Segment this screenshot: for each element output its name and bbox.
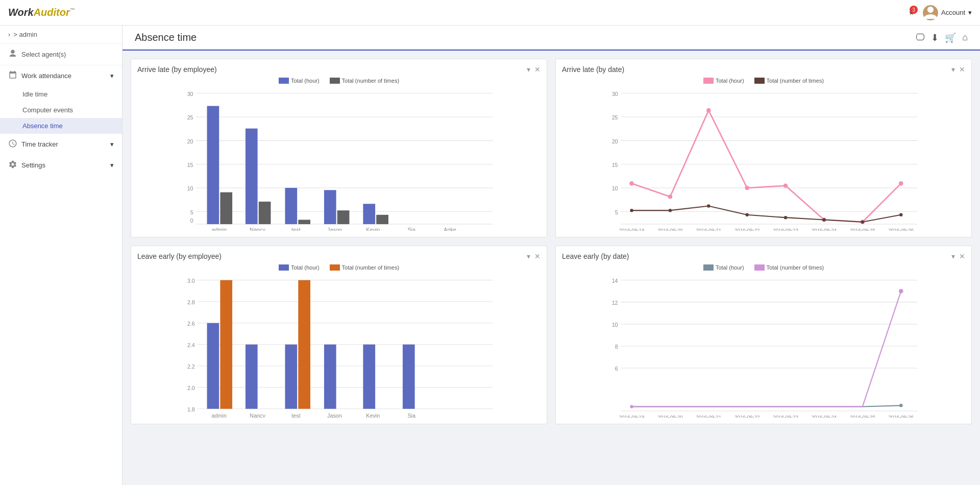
svg-text:6: 6	[615, 366, 618, 372]
legend-label-times-2: Total (number of times)	[767, 78, 824, 84]
chart-arrive-late-date-title: Arrive late (by date)	[562, 65, 624, 74]
chart-arrive-late-date-actions: ▾ ✕	[951, 65, 965, 74]
agent-icon	[8, 49, 17, 60]
svg-text:2016-09-24: 2016-09-24	[812, 414, 837, 418]
svg-text:2.6: 2.6	[187, 321, 195, 327]
svg-text:Jason: Jason	[327, 413, 342, 418]
chart-close-icon-2[interactable]: ✕	[959, 65, 965, 74]
legend-total-hour-4: Total (hour)	[703, 264, 744, 271]
chart-arrive-late-date-svg: 30 25 20 15 10 5	[562, 88, 965, 231]
bar-nancy-times	[259, 202, 271, 224]
account-menu[interactable]: Account ▾	[923, 5, 972, 20]
app-logo: WorkAuditor™	[8, 7, 75, 18]
sidebar-admin[interactable]: › > admin	[0, 26, 122, 44]
svg-text:2.8: 2.8	[187, 299, 195, 305]
dot-arrive-date-times-6	[861, 221, 864, 224]
sidebar-section-work-attendance-header[interactable]: Work attendance ▾	[0, 65, 122, 86]
screen-icon[interactable]: 🖵	[916, 32, 925, 43]
chart-minimize-icon[interactable]: ▾	[527, 65, 530, 74]
chart-leave-early-date-container: 14 12 10 8 6	[562, 275, 965, 418]
svg-text:Arike: Arike	[444, 227, 456, 231]
chart-arrive-late-employee-header: Arrive late (by employee) ▾ ✕	[137, 65, 541, 74]
svg-text:10: 10	[612, 322, 618, 328]
svg-text:30: 30	[187, 91, 193, 97]
notification-badge: 3	[910, 6, 918, 14]
dot-arrive-date-hour-0	[629, 181, 634, 186]
dot-arrive-date-hour-2	[706, 108, 711, 113]
sidebar-item-idle-time[interactable]: Idle time	[0, 86, 122, 102]
sidebar-section-settings-header[interactable]: Settings ▾	[0, 155, 122, 176]
bar-admin-times	[220, 192, 232, 224]
dot-arrive-date-hour-7	[899, 181, 903, 186]
legend-color-times	[330, 78, 340, 84]
sidebar-item-computer-events[interactable]: Computer events	[0, 102, 122, 118]
chart-leave-early-date-svg: 14 12 10 8 6	[562, 275, 965, 418]
svg-text:test: test	[291, 413, 300, 418]
notifications-button[interactable]: ★ 3	[909, 9, 915, 16]
chart-arrive-late-employee-legend: Total (hour) Total (number of times)	[137, 78, 541, 84]
svg-text:5: 5	[190, 209, 193, 215]
admin-chevron-icon: ›	[8, 31, 10, 38]
chart-close-icon-4[interactable]: ✕	[959, 252, 965, 260]
svg-text:2016-09-20: 2016-09-20	[657, 414, 683, 418]
svg-text:25: 25	[612, 114, 618, 120]
svg-text:2.2: 2.2	[187, 363, 195, 370]
account-chevron-icon: ▾	[968, 9, 972, 16]
svg-text:20: 20	[187, 138, 193, 144]
sidebar-section-settings: Settings ▾	[0, 155, 122, 176]
legend-total-times-3: Total (number of times)	[330, 264, 399, 271]
home-icon[interactable]: ⌂	[962, 32, 968, 43]
svg-text:2016-09-25: 2016-09-25	[850, 414, 875, 418]
sidebar: › > admin Select agent(s) Work attendanc…	[0, 26, 122, 432]
bar-leemp-sia-hour	[403, 345, 415, 409]
sidebar-select-agents[interactable]: Select agent(s)	[0, 44, 122, 65]
dot-arrive-date-times-4	[784, 216, 787, 219]
legend-color-times-4	[754, 264, 765, 271]
chart-close-icon-3[interactable]: ✕	[534, 252, 541, 260]
chart-leave-early-employee-header: Leave early (by employee) ▾ ✕	[137, 252, 541, 260]
legend-total-times-4: Total (number of times)	[754, 264, 824, 271]
dot-arrive-date-hour-4	[783, 183, 788, 188]
timetracker-icon	[8, 139, 17, 150]
svg-text:0: 0	[190, 217, 193, 224]
dot-arrive-date-times-5	[822, 218, 825, 221]
page-title: Absence time	[135, 32, 197, 43]
legend-label-hour: Total (hour)	[291, 78, 320, 84]
cart-icon[interactable]: 🛒	[945, 32, 956, 43]
legend-label-times: Total (number of times)	[342, 78, 399, 84]
logo-work: Work	[8, 7, 34, 18]
time-tracker-text: Time tracker	[21, 140, 58, 148]
dot-arrive-date-times-3	[745, 213, 748, 216]
sidebar-section-time-tracker-header[interactable]: Time tracker ▾	[0, 134, 122, 155]
svg-text:10: 10	[187, 185, 193, 191]
chart-minimize-icon-4[interactable]: ▾	[951, 252, 955, 260]
svg-text:Sia: Sia	[407, 413, 415, 418]
chart-leave-early-employee-legend: Total (hour) Total (number of times)	[137, 264, 541, 271]
logo-auditor: Auditor	[34, 7, 70, 18]
sidebar-item-absence-time[interactable]: Absence time	[0, 118, 122, 134]
legend-label-hour-3: Total (hour)	[291, 264, 320, 271]
svg-text:2.4: 2.4	[187, 342, 195, 348]
bar-leemp-test-times	[298, 280, 310, 409]
download-icon[interactable]: ⬇	[931, 32, 939, 43]
chart-minimize-icon-2[interactable]: ▾	[951, 65, 955, 74]
bar-leemp-jason-hour	[324, 345, 336, 409]
settings-chevron-icon: ▾	[110, 161, 114, 169]
svg-text:2016-09-20: 2016-09-20	[657, 227, 683, 231]
svg-text:Nancy: Nancy	[250, 227, 265, 231]
bar-nancy-hour	[246, 129, 258, 224]
svg-text:3.0: 3.0	[187, 278, 195, 284]
chart-minimize-icon-3[interactable]: ▾	[527, 252, 530, 260]
line-arrive-date-hour	[632, 110, 901, 222]
legend-label-hour-2: Total (hour)	[716, 78, 744, 84]
work-attendance-label-wrapper: Work attendance	[8, 70, 71, 81]
legend-total-hour-3: Total (hour)	[279, 264, 320, 271]
chart-close-icon[interactable]: ✕	[534, 65, 541, 74]
svg-text:2016-09-22: 2016-09-22	[734, 227, 760, 231]
chart-leave-early-employee-svg: 3.0 2.8 2.6 2.4 2.2 2.0 1.8	[137, 275, 541, 418]
chart-arrive-late-employee-svg: 30 25 20 15 10 5 0	[137, 88, 541, 231]
dot-arrive-date-times-0	[630, 209, 633, 212]
legend-color-hour-4	[703, 264, 714, 271]
sidebar-section-time-tracker: Time tracker ▾	[0, 134, 122, 155]
dot-leave-date-times-0	[630, 405, 633, 408]
